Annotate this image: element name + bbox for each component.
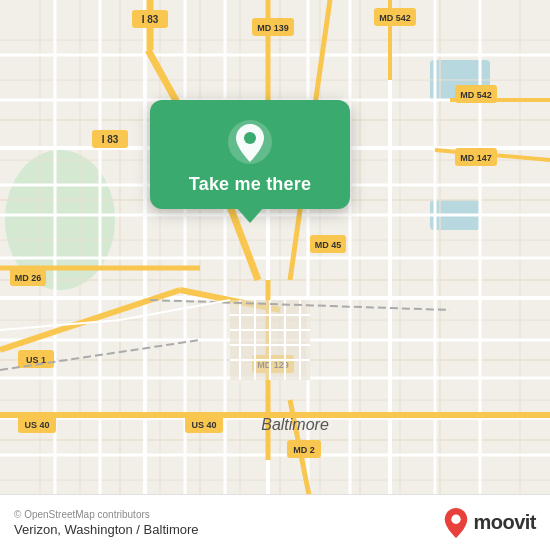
take-me-there-label: Take me there bbox=[189, 174, 311, 195]
location-pin-icon bbox=[226, 118, 274, 166]
map-container: I 83 I 83 US 1 US 40 US 40 MD 26 MD 45 bbox=[0, 0, 550, 550]
attribution-text: © OpenStreetMap contributors bbox=[14, 509, 199, 520]
svg-text:I 83: I 83 bbox=[142, 14, 159, 25]
svg-text:MD 2: MD 2 bbox=[293, 445, 315, 455]
moovit-pin-icon bbox=[444, 508, 468, 538]
svg-text:MD 542: MD 542 bbox=[379, 13, 411, 23]
svg-text:MD 139: MD 139 bbox=[257, 23, 289, 33]
svg-point-107 bbox=[244, 132, 256, 144]
moovit-brand-text: moovit bbox=[473, 511, 536, 534]
svg-text:I 83: I 83 bbox=[102, 134, 119, 145]
svg-text:MD 147: MD 147 bbox=[460, 153, 492, 163]
navigation-popup[interactable]: Take me there bbox=[150, 100, 350, 209]
svg-point-108 bbox=[452, 514, 461, 523]
bottom-left: © OpenStreetMap contributors Verizon, Wa… bbox=[14, 509, 199, 537]
svg-text:MD 542: MD 542 bbox=[460, 90, 492, 100]
moovit-logo: moovit bbox=[444, 508, 536, 538]
location-label: Verizon, Washington / Baltimore bbox=[14, 522, 199, 537]
svg-text:US 40: US 40 bbox=[191, 420, 216, 430]
svg-text:US 40: US 40 bbox=[24, 420, 49, 430]
svg-text:Baltimore: Baltimore bbox=[261, 416, 329, 433]
svg-text:MD 26: MD 26 bbox=[15, 273, 42, 283]
svg-text:MD 45: MD 45 bbox=[315, 240, 342, 250]
bottom-bar: © OpenStreetMap contributors Verizon, Wa… bbox=[0, 494, 550, 550]
map-background: I 83 I 83 US 1 US 40 US 40 MD 26 MD 45 bbox=[0, 0, 550, 550]
map-svg: I 83 I 83 US 1 US 40 US 40 MD 26 MD 45 bbox=[0, 0, 550, 550]
